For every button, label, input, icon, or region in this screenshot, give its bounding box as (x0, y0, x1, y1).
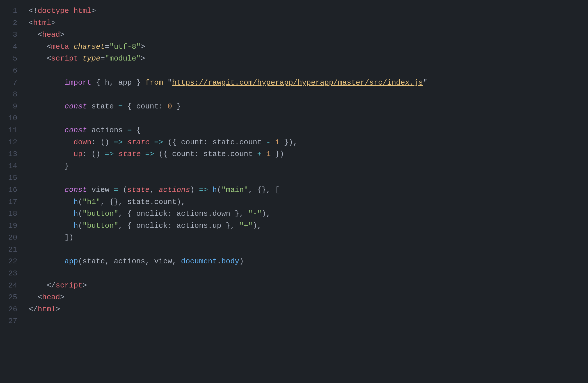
line-num-24: 24 (0, 280, 17, 292)
line-1: <!doctype html> (29, 5, 588, 17)
line-5: <script type="module"> (29, 53, 588, 65)
line-num-6: 6 (0, 65, 17, 77)
line-num-26: 26 (0, 304, 17, 316)
line-num-7: 7 (0, 77, 17, 89)
line-num-18: 18 (0, 208, 17, 220)
line-23 (29, 268, 588, 280)
line-3: <head> (29, 29, 588, 41)
line-2: <html> (29, 17, 588, 29)
line-24: </script> (29, 280, 588, 292)
line-num-11: 11 (0, 125, 17, 137)
line-num-5: 5 (0, 53, 17, 65)
line-11: const actions = { (29, 125, 588, 137)
line-12: down: () => state => ({ count: state.cou… (29, 137, 588, 149)
line-num-22: 22 (0, 256, 17, 268)
line-20: ]) (29, 232, 588, 244)
line-num-1: 1 (0, 5, 17, 17)
line-num-20: 20 (0, 232, 17, 244)
line-15 (29, 172, 588, 184)
code-editor: 1 2 3 4 5 6 7 8 9 10 11 12 13 14 15 16 1… (0, 0, 588, 383)
line-num-4: 4 (0, 41, 17, 53)
line-num-3: 3 (0, 29, 17, 41)
line-num-17: 17 (0, 196, 17, 208)
line-num-16: 16 (0, 184, 17, 196)
line-25: <head> (29, 291, 588, 304)
line-19: h("button", { onclick: actions.up }, "+"… (29, 220, 588, 232)
line-21 (29, 244, 588, 256)
line-num-25: 25 (0, 291, 17, 304)
line-27 (29, 315, 588, 327)
line-7: import { h, app } from "https://rawgit.c… (29, 77, 588, 89)
line-num-12: 12 (0, 137, 17, 149)
line-num-9: 9 (0, 101, 17, 113)
line-26: </html> (29, 304, 588, 316)
line-13: up: () => state => ({ count: state.count… (29, 148, 588, 160)
line-num-13: 13 (0, 148, 17, 160)
line-14: } (29, 160, 588, 172)
line-num-2: 2 (0, 17, 17, 29)
line-num-14: 14 (0, 160, 17, 172)
line-18: h("button", { onclick: actions.down }, "… (29, 208, 588, 220)
line-num-21: 21 (0, 244, 17, 256)
line-num-23: 23 (0, 268, 17, 280)
line-num-15: 15 (0, 172, 17, 184)
line-4: <meta charset="utf-8"> (29, 41, 588, 53)
line-9: const state = { count: 0 } (29, 101, 588, 113)
code-content: <!doctype html> <html> <head> <meta char… (26, 3, 588, 380)
line-17: h("h1", {}, state.count), (29, 196, 588, 208)
line-num-19: 19 (0, 220, 17, 232)
line-num-8: 8 (0, 89, 17, 101)
line-num-27: 27 (0, 315, 17, 327)
line-10 (29, 112, 588, 125)
line-6 (29, 65, 588, 77)
line-num-10: 10 (0, 112, 17, 125)
line-16: const view = (state, actions) => h("main… (29, 184, 588, 196)
line-8 (29, 89, 588, 101)
line-numbers: 1 2 3 4 5 6 7 8 9 10 11 12 13 14 15 16 1… (0, 3, 26, 380)
line-22: app(state, actions, view, document.body) (29, 256, 588, 268)
